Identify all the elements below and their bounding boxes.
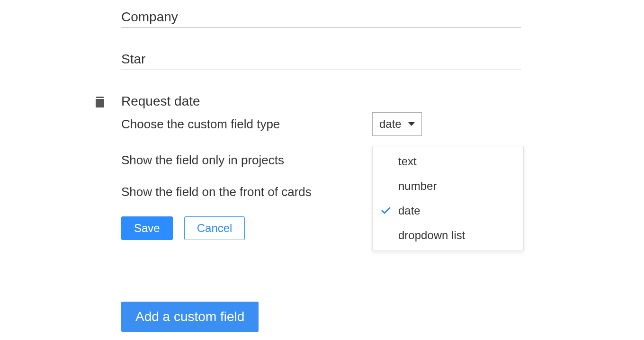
svg-rect-1 xyxy=(96,99,104,107)
custom-field-row[interactable]: Company xyxy=(95,9,521,28)
custom-field-row[interactable]: Request date xyxy=(95,94,521,112)
field-title[interactable]: Request date xyxy=(121,94,521,112)
custom-field-row[interactable]: Star xyxy=(95,52,521,70)
dropdown-option-text[interactable]: text xyxy=(373,149,523,174)
config-label: Choose the custom field type xyxy=(121,117,372,132)
dropdown-option-label: date xyxy=(398,204,420,217)
dropdown-option-label: number xyxy=(398,179,437,192)
dropdown-option-label: text xyxy=(398,155,417,168)
svg-rect-0 xyxy=(96,97,104,98)
cancel-button[interactable]: Cancel xyxy=(184,216,245,240)
config-label: Show the field only in projects xyxy=(121,153,372,168)
config-row-type: Choose the custom field type date xyxy=(121,112,521,136)
dropdown-option-number[interactable]: number xyxy=(373,174,523,198)
dropdown-option-label: dropdown list xyxy=(398,229,465,242)
check-icon xyxy=(381,204,391,217)
config-label: Show the field on the front of cards xyxy=(121,185,372,199)
save-button[interactable]: Save xyxy=(121,216,173,240)
trash-col xyxy=(95,97,121,110)
field-type-select[interactable]: date xyxy=(372,112,422,136)
select-value: date xyxy=(379,117,402,131)
trash-icon[interactable] xyxy=(95,97,105,110)
field-title[interactable]: Star xyxy=(121,52,521,70)
caret-down-icon xyxy=(408,122,415,126)
dropdown-option-dropdown-list[interactable]: dropdown list xyxy=(373,223,523,248)
field-type-dropdown[interactable]: text number date dropdown list xyxy=(372,146,524,251)
field-title[interactable]: Company xyxy=(121,9,521,28)
add-field-section: Add a custom field xyxy=(121,302,521,332)
dropdown-option-date[interactable]: date xyxy=(373,198,523,223)
add-custom-field-button[interactable]: Add a custom field xyxy=(121,302,259,332)
